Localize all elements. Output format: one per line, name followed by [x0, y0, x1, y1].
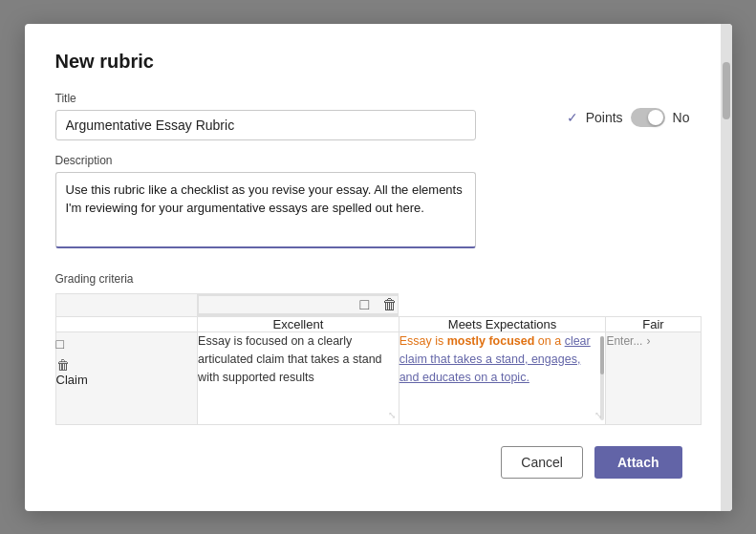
fair-placeholder-text: Enter...	[606, 332, 642, 350]
grading-section: Grading criteria □ 🗑	[55, 272, 702, 425]
meets-text-content: Essay is mostly focused on a clear claim…	[400, 332, 606, 386]
criterion-cell: □ 🗑 Claim	[55, 332, 198, 425]
fair-enter-text: Enter... ›	[606, 332, 700, 350]
header-row: □ 🗑	[55, 293, 701, 317]
meets-text-part2: mostly focused	[447, 334, 535, 348]
resize-handle-excellent[interactable]: ⤡	[388, 408, 396, 422]
meets-cell-scrollbar-thumb	[600, 336, 604, 374]
excellent-col-header: Excellent	[198, 317, 400, 332]
meets-content-cell: Essay is mostly focused on a clear claim…	[399, 332, 606, 425]
attach-button[interactable]: Attach	[594, 446, 682, 479]
bottom-bar: Cancel Attach	[55, 446, 702, 479]
delete-column-button[interactable]: 🗑	[382, 296, 398, 313]
title-label: Title	[55, 92, 702, 105]
meets-text-part1: Essay is	[400, 334, 447, 348]
meets-col-header: Meets Expectations	[399, 317, 606, 332]
description-field-group: Description	[55, 154, 702, 251]
excellent-textarea[interactable]	[198, 332, 399, 418]
header-meets-actions-cell: □ 🗑	[198, 295, 399, 314]
no-label: No	[673, 110, 690, 125]
excellent-content-cell: ⤡	[198, 332, 400, 425]
points-row: ✓ Points No	[567, 108, 690, 127]
meets-text-part3: on a	[534, 334, 564, 348]
copy-row-icon[interactable]: □	[56, 336, 198, 352]
criterion-col-header	[55, 317, 198, 332]
fair-arrow-icon[interactable]: ›	[646, 332, 650, 350]
toggle-knob	[648, 110, 663, 125]
points-label: Points	[586, 110, 623, 125]
description-label: Description	[55, 154, 702, 167]
grading-label: Grading criteria	[55, 272, 702, 286]
points-toggle[interactable]	[631, 108, 665, 127]
fair-col-header: Fair	[606, 317, 701, 332]
points-check-icon: ✓	[567, 110, 578, 125]
cancel-button[interactable]: Cancel	[501, 446, 583, 479]
dialog-title: New rubric	[55, 51, 702, 73]
delete-row-icon[interactable]: 🗑	[56, 357, 198, 373]
new-rubric-dialog: New rubric ✓ Points No Title Description…	[25, 24, 732, 511]
header-criterion-cell	[55, 293, 198, 317]
dialog-scrollbar[interactable]	[721, 24, 732, 511]
criterion-name: Claim	[56, 373, 88, 387]
copy-column-button[interactable]: □	[359, 296, 369, 313]
column-header-row: Excellent Meets Expectations Fair	[55, 317, 701, 332]
rubric-table: □ 🗑 Excellent Meets Expectations Fair	[55, 293, 702, 425]
criterion-icons: □ 🗑	[56, 336, 198, 373]
title-input[interactable]	[55, 110, 476, 140]
fair-content-cell: Enter... ›	[606, 332, 701, 425]
resize-handle-meets[interactable]: ⤡	[594, 408, 602, 422]
description-textarea[interactable]	[55, 172, 476, 248]
table-row: □ 🗑 Claim ⤡ Essay is mostly focused on a…	[55, 332, 701, 425]
